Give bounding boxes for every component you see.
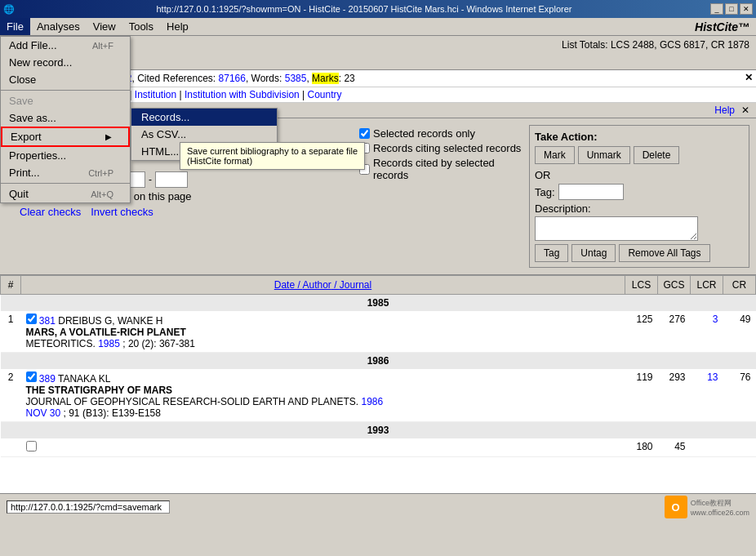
range-to[interactable] xyxy=(155,171,188,188)
delete-button[interactable]: Delete xyxy=(634,146,680,164)
separator-2 xyxy=(1,183,130,184)
menu-view[interactable]: View xyxy=(87,18,122,35)
cited-by-option: Records cited by selected records xyxy=(359,157,523,181)
bottom-status-bar: http://127.0.0.1:1925/?cmd=savemark O Of… xyxy=(0,493,756,520)
col-date-author[interactable]: Date / Author / Journal xyxy=(21,276,625,295)
desc-input[interactable] xyxy=(535,216,698,241)
row-gcs: 45 xyxy=(658,438,691,457)
record-year2[interactable]: NOV 30 xyxy=(26,407,61,419)
table-header-row: # Date / Author / Journal LCS GCS LCR CR xyxy=(1,276,756,295)
selected-only-option: Selected records only xyxy=(359,127,523,140)
remove-all-tags-button[interactable]: Remove All Tags xyxy=(619,244,709,262)
menu-new-record[interactable]: New record... xyxy=(1,54,130,71)
row-checkbox[interactable] xyxy=(26,441,37,451)
list-totals: List Totals: LCS 2488, GCS 6817, CR 1878 xyxy=(562,39,749,51)
clear-checks-link[interactable]: Clear checks xyxy=(20,206,81,218)
menu-save-as[interactable]: Save as... xyxy=(1,109,130,127)
filter-institution-subdiv[interactable]: Institution with Subdivision xyxy=(185,89,300,100)
col-gcs: GCS xyxy=(658,276,691,295)
col-lcs: LCS xyxy=(625,276,658,295)
filter-institution[interactable]: Institution xyxy=(135,89,176,100)
export-arrow: ▶ xyxy=(105,132,112,141)
table-row: 180 45 xyxy=(1,438,756,457)
menu-properties[interactable]: Properties... xyxy=(1,147,130,164)
row-gcs: 293 xyxy=(658,369,691,422)
words-link[interactable]: 5385 xyxy=(285,73,307,84)
year-label-1993: 1993 xyxy=(1,422,756,439)
row-checkbox[interactable] xyxy=(26,371,37,382)
menu-analyses[interactable]: Analyses xyxy=(30,18,87,35)
record-year[interactable]: 1986 xyxy=(361,396,383,407)
menu-tools[interactable]: Tools xyxy=(122,18,160,35)
title-bar: 🌐 http://127.0.0.1:1925/?showmm=ON - His… xyxy=(0,0,756,18)
row-content: 381 DREIBUS G, WANKE H MARS, A VOLATILE-… xyxy=(21,311,625,353)
mark-button[interactable]: Mark xyxy=(535,146,575,164)
row-lcr[interactable]: 3 xyxy=(691,311,723,353)
record-journal: METEORITICS. xyxy=(26,338,99,349)
table-row: 2 389 TANAKA KL THE STRATIGRAPHY OF MARS… xyxy=(1,369,756,422)
row-num: 2 xyxy=(1,369,21,422)
help-close[interactable]: ✕ xyxy=(741,105,749,116)
tooltip-line1: Save current bibliography to a separate … xyxy=(187,146,358,156)
record-vol: ; 20 (2): 367-381 xyxy=(122,338,195,349)
row-num xyxy=(1,438,21,457)
menu-close[interactable]: Close xyxy=(1,71,130,88)
tag-button[interactable]: Tag xyxy=(535,244,568,262)
record-year[interactable]: 1985 xyxy=(98,338,120,349)
cited-by-label: Records cited by selected records xyxy=(373,157,523,181)
row-content xyxy=(21,438,625,457)
close-window-button[interactable]: ✕ xyxy=(740,3,753,15)
invert-checks-link[interactable]: Invert checks xyxy=(91,206,153,218)
separator-1 xyxy=(1,90,130,91)
year-row-1985: 1985 xyxy=(1,295,756,312)
restore-button[interactable]: □ xyxy=(725,3,738,15)
checkbox-panel: Selected records only Records citing sel… xyxy=(359,125,523,268)
export-csv[interactable]: As CSV... xyxy=(131,126,277,143)
record-title: THE STRATIGRAPHY OF MARS xyxy=(26,385,173,396)
filter-country[interactable]: Country xyxy=(308,89,342,100)
title-bar-buttons: _ □ ✕ xyxy=(710,3,753,15)
row-checkbox[interactable] xyxy=(26,314,37,324)
record-title: MARS, A VOLATILE-RICH PLANET xyxy=(26,327,186,338)
row-gcs: 276 xyxy=(658,311,691,353)
menu-file[interactable]: File xyxy=(0,18,30,35)
menu-add-file[interactable]: Add File... Alt+F xyxy=(1,37,130,54)
menu-quit[interactable]: Quit Alt+Q xyxy=(1,185,130,202)
or-label: OR xyxy=(535,169,744,181)
record-id[interactable]: 381 xyxy=(39,315,56,327)
row-lcr[interactable]: 13 xyxy=(691,369,723,422)
office-icon: O xyxy=(665,496,687,518)
record-id[interactable]: 389 xyxy=(39,373,56,385)
marks-highlight: Marks xyxy=(312,73,339,84)
row-lcs: 119 xyxy=(625,369,658,422)
desc-label: Description: xyxy=(535,202,591,215)
row-content: 389 TANAKA KL THE STRATIGRAPHY OF MARS J… xyxy=(21,369,625,422)
row-cr xyxy=(723,438,756,457)
histcite-brand: HistCite™ xyxy=(695,20,749,33)
menu-print[interactable]: Print... Ctrl+P xyxy=(1,164,130,181)
records-table-container: # Date / Author / Journal LCS GCS LCR CR… xyxy=(0,275,756,520)
menu-help[interactable]: Help xyxy=(160,18,195,35)
untag-button[interactable]: Untag xyxy=(571,244,616,262)
help-link[interactable]: Help xyxy=(714,105,735,116)
row-cr: 76 xyxy=(723,369,756,422)
minimize-button[interactable]: _ xyxy=(710,3,723,15)
unmark-button[interactable]: Unmark xyxy=(578,146,630,164)
row-lcs: 125 xyxy=(625,311,658,353)
export-records[interactable]: Records... xyxy=(131,109,277,126)
row-cr: 49 xyxy=(723,311,756,353)
cited-link[interactable]: 87166 xyxy=(219,73,246,84)
selected-only-cb[interactable] xyxy=(359,128,370,139)
take-action-title: Take Action: xyxy=(535,131,744,143)
year-row-1993: 1993 xyxy=(1,422,756,439)
words-label: Words: xyxy=(251,73,285,84)
menu-export[interactable]: Export ▶ xyxy=(1,127,130,147)
stats-close[interactable]: ✕ xyxy=(745,72,753,83)
selected-only-label: Selected records only xyxy=(373,127,475,140)
cited-label: Cited References: xyxy=(137,73,218,84)
citing-selected-label: Records citing selected records xyxy=(373,142,521,154)
col-num: # xyxy=(1,276,21,295)
tag-label: Tag: xyxy=(535,186,555,198)
title-bar-text: http://127.0.0.1:1925/?showmm=ON - HistC… xyxy=(18,4,710,14)
tag-input[interactable] xyxy=(558,184,624,200)
